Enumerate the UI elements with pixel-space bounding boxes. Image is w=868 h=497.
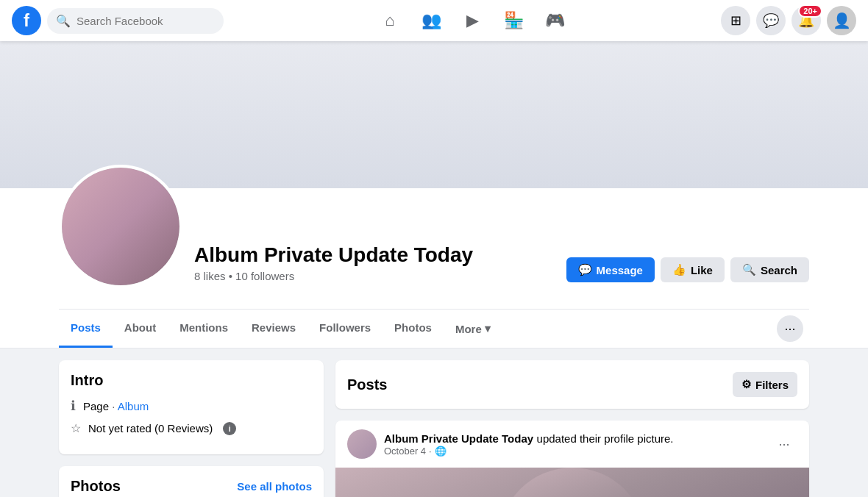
main-content: Intro ℹ Page · Album ☆ Not yet rated (0 … <box>0 348 868 497</box>
star-icon: ☆ <box>71 421 81 435</box>
search-page-icon: 🔍 <box>742 263 756 276</box>
gaming-nav-button[interactable]: 🎮 <box>537 3 572 38</box>
intro-page-text: Page · Album <box>83 400 149 412</box>
like-button[interactable]: 👍 Like <box>661 257 725 282</box>
top-navigation: f 🔍 ⌂ 👥 ▶ 🏪 🎮 ⊞ 💬 🔔 20+ 👤 <box>0 0 868 41</box>
post-item: Album Private Update Today updated their… <box>335 421 809 497</box>
nav-right-icons: ⊞ 💬 🔔 20+ 👤 <box>721 6 856 35</box>
notifications-button[interactable]: 🔔 20+ <box>791 6 821 35</box>
tab-reviews[interactable]: Reviews <box>240 310 307 348</box>
intro-card: Intro ℹ Page · Album ☆ Not yet rated (0 … <box>59 360 324 454</box>
tab-more[interactable]: More ▾ <box>444 310 502 347</box>
profile-header: Album Private Update Today 8 likes • 10 … <box>0 188 868 348</box>
post-image <box>335 468 809 497</box>
watch-nav-button[interactable]: ▶ <box>455 3 490 38</box>
post-author-info: Album Private Update Today updated their… <box>384 432 674 457</box>
post-more-options-button[interactable]: ··· <box>771 431 797 457</box>
notification-badge: 20+ <box>798 4 822 18</box>
posts-header: Posts ⚙ Filters <box>347 372 797 397</box>
search-icon: 🔍 <box>56 14 71 28</box>
tab-followers[interactable]: Followers <box>307 310 383 348</box>
post-meta: October 4 · 🌐 <box>384 446 674 457</box>
intro-rating-row: ☆ Not yet rated (0 Reviews) i <box>71 421 312 435</box>
search-page-button[interactable]: 🔍 Search <box>730 257 809 282</box>
photos-title: Photos <box>71 478 121 495</box>
profile-info-row: Album Private Update Today 8 likes • 10 … <box>59 165 809 297</box>
photos-header: Photos See all photos <box>71 478 312 495</box>
post-author-name: Album Private Update Today updated their… <box>384 432 674 446</box>
post-header: Album Private Update Today updated their… <box>335 421 809 468</box>
messenger-button[interactable]: 💬 <box>756 6 786 35</box>
search-bar[interactable]: 🔍 <box>47 8 224 34</box>
filters-button[interactable]: ⚙ Filters <box>733 372 797 397</box>
profile-text: Album Private Update Today 8 likes • 10 … <box>194 243 555 288</box>
intro-rating-text: Not yet rated (0 Reviews) <box>88 422 213 435</box>
see-all-photos-link[interactable]: See all photos <box>237 480 312 493</box>
marketplace-nav-button[interactable]: 🏪 <box>496 3 531 38</box>
tab-photos[interactable]: Photos <box>383 310 444 348</box>
nav-icons-center: ⌂ 👥 ▶ 🏪 🎮 <box>230 3 715 38</box>
tabs-ellipsis-button[interactable]: ··· <box>777 315 803 342</box>
page-wrapper: Album Private Update Today 8 likes • 10 … <box>0 41 868 497</box>
friends-nav-button[interactable]: 👥 <box>413 3 449 38</box>
photos-card: Photos See all photos A Page Album <box>59 466 324 497</box>
tab-posts[interactable]: Posts <box>59 310 113 348</box>
post-profile-image <box>499 468 646 497</box>
messenger-icon: 💬 <box>578 263 592 276</box>
message-button[interactable]: 💬 Message <box>566 257 655 282</box>
home-nav-button[interactable]: ⌂ <box>372 3 408 38</box>
profile-tabs: Posts About Mentions Reviews Followers P… <box>59 309 809 348</box>
tab-about[interactable]: About <box>113 310 168 348</box>
search-input[interactable] <box>77 15 215 27</box>
info-circle-icon: ℹ <box>71 398 76 414</box>
intro-title: Intro <box>71 372 312 389</box>
filters-icon: ⚙ <box>741 378 751 391</box>
left-column: Intro ℹ Page · Album ☆ Not yet rated (0 … <box>59 360 324 497</box>
facebook-logo[interactable]: f <box>12 6 41 35</box>
thumbs-up-icon: 👍 <box>672 263 686 276</box>
post-author-avatar[interactable] <box>347 429 377 459</box>
profile-actions: 💬 Message 👍 Like 🔍 Search <box>566 257 809 288</box>
rating-info-icon[interactable]: i <box>223 422 236 435</box>
chevron-down-icon: ▾ <box>485 322 491 335</box>
posts-header-card: Posts ⚙ Filters <box>335 360 809 409</box>
apps-button[interactable]: ⊞ <box>721 6 750 35</box>
profile-avatar[interactable] <box>59 165 182 288</box>
profile-avatar-image <box>62 168 179 285</box>
right-column: Posts ⚙ Filters Album Private Update Tod… <box>335 360 809 497</box>
tab-mentions[interactable]: Mentions <box>168 310 240 348</box>
intro-page-row: ℹ Page · Album <box>71 398 312 414</box>
profile-meta: 8 likes • 10 followers <box>194 270 555 282</box>
user-avatar[interactable]: 👤 <box>827 6 856 35</box>
page-title: Album Private Update Today <box>194 243 555 267</box>
posts-title: Posts <box>347 376 387 393</box>
